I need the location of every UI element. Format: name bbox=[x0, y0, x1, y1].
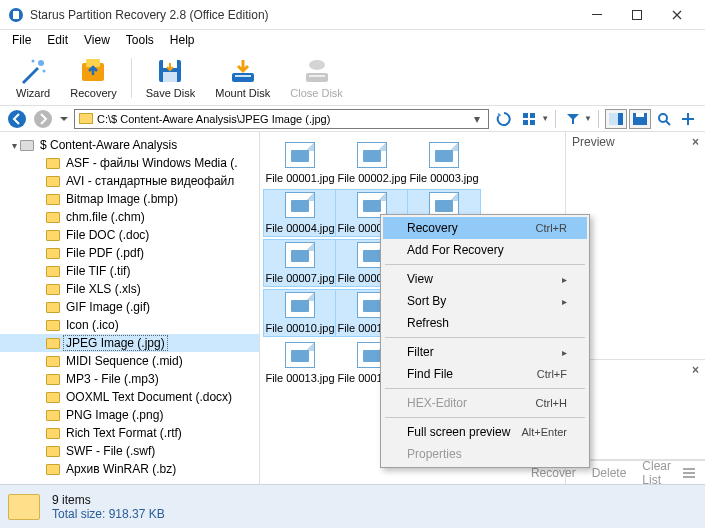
tree-item[interactable]: ▸PNG Image (.png) bbox=[0, 406, 259, 424]
recovery-button[interactable]: Recovery bbox=[60, 55, 126, 101]
cm-filter[interactable]: Filter▸ bbox=[383, 341, 587, 363]
mountdisk-button[interactable]: Mount Disk bbox=[205, 55, 280, 101]
save-toggle-button[interactable] bbox=[629, 109, 651, 129]
options-button[interactable] bbox=[677, 109, 699, 129]
file-item[interactable]: File 00001.jpg bbox=[264, 140, 336, 186]
tree-label: OOXML Text Document (.docx) bbox=[64, 390, 234, 404]
svg-rect-15 bbox=[309, 75, 325, 77]
close-button[interactable] bbox=[657, 0, 697, 30]
menu-help[interactable]: Help bbox=[162, 31, 203, 49]
file-item[interactable]: File 00003.jpg bbox=[408, 140, 480, 186]
title-bar: Starus Partition Recovery 2.8 (Office Ed… bbox=[0, 0, 705, 30]
chevron-down-icon[interactable]: ▼ bbox=[584, 114, 592, 123]
file-item[interactable]: File 00010.jpg bbox=[264, 290, 336, 336]
delete-button[interactable]: Delete bbox=[588, 466, 631, 480]
tree-item[interactable]: ▸MP3 - File (.mp3) bbox=[0, 370, 259, 388]
svg-rect-12 bbox=[232, 73, 254, 82]
address-dropdown[interactable]: ▾ bbox=[470, 112, 484, 126]
tree-item[interactable]: ▸JPEG Image (.jpg) bbox=[0, 334, 259, 352]
svg-rect-29 bbox=[687, 113, 689, 125]
folder-icon bbox=[46, 428, 60, 439]
tree-label: File PDF (.pdf) bbox=[64, 246, 146, 260]
maximize-button[interactable] bbox=[617, 0, 657, 30]
cm-sortby[interactable]: Sort By▸ bbox=[383, 290, 587, 312]
folder-icon bbox=[79, 113, 93, 124]
cm-separator bbox=[385, 264, 585, 265]
tree-label: MP3 - File (.mp3) bbox=[64, 372, 161, 386]
cm-view[interactable]: View▸ bbox=[383, 268, 587, 290]
address-bar[interactable]: ▾ bbox=[74, 109, 489, 129]
tree-item[interactable]: ▸Bitmap Image (.bmp) bbox=[0, 190, 259, 208]
tree-item[interactable]: ▸SWF - File (.swf) bbox=[0, 442, 259, 460]
cm-fullscreen[interactable]: Full screen previewAlt+Enter bbox=[383, 421, 587, 443]
cm-recovery[interactable]: Recovery Ctrl+R bbox=[383, 217, 587, 239]
menu-view[interactable]: View bbox=[76, 31, 118, 49]
svg-point-27 bbox=[659, 114, 667, 122]
tree-item[interactable]: ▸GIF Image (.gif) bbox=[0, 298, 259, 316]
file-item[interactable]: File 00004.jpg bbox=[264, 190, 336, 236]
folder-icon bbox=[46, 464, 60, 475]
image-file-icon bbox=[285, 142, 315, 168]
tree-item[interactable]: ▸ASF - файлы Windows Media (. bbox=[0, 154, 259, 172]
cm-add-for-recovery[interactable]: Add For Recovery bbox=[383, 239, 587, 261]
tree-item[interactable]: ▸OOXML Text Document (.docx) bbox=[0, 388, 259, 406]
file-item[interactable]: File 00013.jpg bbox=[264, 340, 336, 386]
cm-refresh[interactable]: Refresh bbox=[383, 312, 587, 334]
svg-rect-24 bbox=[618, 113, 623, 125]
file-item[interactable]: File 00007.jpg bbox=[264, 240, 336, 286]
nav-forward-button[interactable] bbox=[32, 108, 54, 130]
clearlist-button[interactable]: Clear List bbox=[638, 459, 675, 487]
preview-toggle-button[interactable] bbox=[605, 109, 627, 129]
svg-rect-2 bbox=[592, 14, 602, 15]
file-item[interactable]: File 00002.jpg bbox=[336, 140, 408, 186]
chevron-down-icon[interactable]: ▼ bbox=[541, 114, 549, 123]
tree-item[interactable]: ▸File TIF (.tif) bbox=[0, 262, 259, 280]
savedisk-button[interactable]: Save Disk bbox=[136, 55, 206, 101]
nav-history-dropdown[interactable] bbox=[58, 108, 70, 130]
tree-item[interactable]: ▸AVI - стандартные видеофайл bbox=[0, 172, 259, 190]
tree-item[interactable]: ▸File PDF (.pdf) bbox=[0, 244, 259, 262]
svg-point-4 bbox=[38, 60, 44, 66]
app-icon bbox=[8, 7, 24, 23]
address-input[interactable] bbox=[97, 113, 470, 125]
tree-item[interactable]: ▸Icon (.ico) bbox=[0, 316, 259, 334]
tree-item[interactable]: ▸chm.file (.chm) bbox=[0, 208, 259, 226]
filter-button[interactable] bbox=[562, 109, 584, 129]
collapse-icon[interactable]: ▾ bbox=[8, 140, 20, 151]
close-icon[interactable]: × bbox=[692, 363, 699, 377]
menu-tools[interactable]: Tools bbox=[118, 31, 162, 49]
tree-label: GIF Image (.gif) bbox=[64, 300, 152, 314]
tree-item[interactable]: ▸Архив WinRAR (.bz) bbox=[0, 460, 259, 478]
tree-root[interactable]: ▾ $ Content-Aware Analysis bbox=[0, 136, 259, 154]
folder-icon bbox=[8, 494, 40, 520]
folder-tree[interactable]: ▾ $ Content-Aware Analysis ▸ASF - файлы … bbox=[0, 132, 260, 484]
closedisk-button: Close Disk bbox=[280, 55, 353, 101]
folder-icon bbox=[46, 266, 60, 277]
menu-edit[interactable]: Edit bbox=[39, 31, 76, 49]
context-menu: Recovery Ctrl+R Add For Recovery View▸ S… bbox=[380, 214, 590, 468]
cm-properties: Properties bbox=[383, 443, 587, 465]
list-options-button[interactable] bbox=[679, 467, 699, 479]
file-name: File 00003.jpg bbox=[409, 172, 478, 184]
tree-item[interactable]: ▸Rich Text Format (.rtf) bbox=[0, 424, 259, 442]
image-file-icon bbox=[285, 342, 315, 368]
svg-point-18 bbox=[34, 110, 52, 128]
tree-item[interactable]: ▸File XLS (.xls) bbox=[0, 280, 259, 298]
tree-item[interactable]: ▸MIDI Sequence (.mid) bbox=[0, 352, 259, 370]
close-disk-icon bbox=[303, 57, 331, 85]
menu-file[interactable]: File bbox=[4, 31, 39, 49]
close-icon[interactable]: × bbox=[692, 135, 699, 149]
search-button[interactable] bbox=[653, 109, 675, 129]
folder-icon bbox=[46, 374, 60, 385]
menu-bar: File Edit View Tools Help bbox=[0, 30, 705, 50]
folder-icon bbox=[46, 338, 60, 349]
svg-point-5 bbox=[32, 59, 35, 62]
view-mode-button[interactable] bbox=[519, 109, 541, 129]
wizard-label: Wizard bbox=[16, 87, 50, 99]
tree-item[interactable]: ▸File DOC (.doc) bbox=[0, 226, 259, 244]
minimize-button[interactable] bbox=[577, 0, 617, 30]
nav-back-button[interactable] bbox=[6, 108, 28, 130]
wizard-button[interactable]: Wizard bbox=[6, 55, 60, 101]
refresh-button[interactable] bbox=[493, 108, 515, 130]
cm-findfile[interactable]: Find FileCtrl+F bbox=[383, 363, 587, 385]
